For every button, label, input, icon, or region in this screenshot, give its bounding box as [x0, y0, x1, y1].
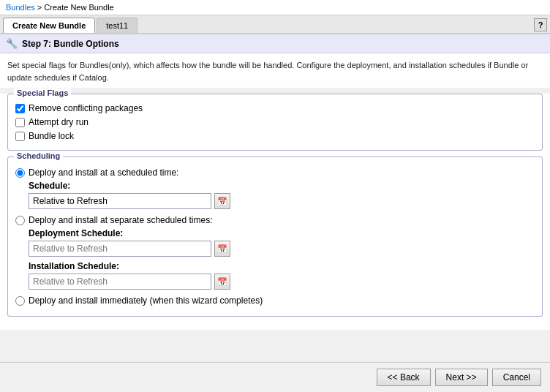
back-button[interactable]: << Back: [377, 369, 431, 386]
deployment-schedule-input[interactable]: [29, 241, 211, 257]
checkbox-attempt-dry-run[interactable]: Attempt dry run: [15, 117, 535, 127]
schedule-input-1[interactable]: [29, 193, 211, 209]
installation-schedule-label: Installation Schedule:: [29, 261, 535, 271]
schedule-block-3: Installation Schedule: 📅: [29, 261, 535, 290]
help-button[interactable]: ?: [534, 18, 547, 31]
main-content: Special Flags Remove conflicting package…: [0, 94, 550, 330]
radio-deploy-immediately[interactable]: Deploy and install immediately (when thi…: [15, 295, 535, 306]
calendar-icon-2: 📅: [217, 244, 227, 254]
schedule-input-row-2: 📅: [29, 241, 535, 257]
tab-create-new-bundle[interactable]: Create New Bundle: [3, 18, 95, 33]
radio-deploy-separate[interactable]: Deploy and install at separate scheduled…: [15, 215, 535, 225]
calendar-btn-2[interactable]: 📅: [214, 241, 230, 257]
tab-bar: Create New Bundle test11 ?: [0, 15, 550, 34]
calendar-icon-3: 📅: [217, 277, 227, 287]
schedule-block-1: Schedule: 📅: [29, 181, 535, 209]
radio-deploy-separate-label: Deploy and install at separate scheduled…: [29, 215, 212, 225]
checkbox-bundle-lock[interactable]: Bundle lock: [15, 131, 535, 141]
radio-deploy-scheduled-input[interactable]: [15, 168, 25, 178]
special-flags-legend: Special Flags: [14, 88, 71, 97]
breadcrumb: Bundles > Create New Bundle: [0, 0, 550, 15]
special-flags-section: Special Flags Remove conflicting package…: [7, 94, 543, 151]
radio-deploy-separate-input[interactable]: [15, 216, 25, 225]
calendar-icon-1: 📅: [217, 197, 227, 206]
scheduling-legend: Scheduling: [14, 151, 63, 160]
calendar-btn-3[interactable]: 📅: [214, 274, 230, 290]
checkbox-attempt-dry-run-input[interactable]: [15, 118, 25, 127]
deployment-schedule-label: Deployment Schedule:: [29, 228, 535, 238]
checkbox-bundle-lock-label: Bundle lock: [29, 131, 74, 141]
next-button[interactable]: Next >>: [435, 369, 488, 386]
checkbox-remove-conflicting[interactable]: Remove conflicting packages: [15, 103, 535, 113]
checkbox-attempt-dry-run-label: Attempt dry run: [29, 117, 88, 127]
scheduling-section: Scheduling Deploy and install at a sched…: [7, 157, 543, 317]
checkbox-remove-conflicting-label: Remove conflicting packages: [29, 103, 143, 113]
cancel-button[interactable]: Cancel: [492, 369, 541, 386]
installation-schedule-input[interactable]: [29, 274, 211, 290]
schedule-label-1: Schedule:: [29, 181, 535, 191]
radio-deploy-immediately-input[interactable]: [15, 296, 25, 306]
footer: << Back Next >> Cancel: [0, 362, 550, 392]
step-title: Step 7: Bundle Options: [22, 39, 119, 49]
breadcrumb-link[interactable]: Bundles: [6, 3, 35, 12]
wrench-icon: 🔧: [6, 38, 18, 49]
schedule-input-row-1: 📅: [29, 193, 535, 209]
checkbox-bundle-lock-input[interactable]: [15, 132, 25, 141]
checkbox-remove-conflicting-input[interactable]: [15, 104, 25, 113]
description-text: Set special flags for Bundles(only), whi…: [0, 53, 550, 88]
schedule-block-2: Deployment Schedule: 📅: [29, 228, 535, 257]
radio-deploy-scheduled[interactable]: Deploy and install at a scheduled time:: [15, 167, 535, 178]
breadcrumb-separator: >: [37, 3, 42, 12]
calendar-btn-1[interactable]: 📅: [214, 193, 230, 209]
step-header: 🔧 Step 7: Bundle Options: [0, 34, 550, 53]
radio-deploy-scheduled-label: Deploy and install at a scheduled time:: [29, 167, 178, 178]
breadcrumb-current: Create New Bundle: [44, 3, 113, 12]
tab-test11[interactable]: test11: [97, 18, 138, 33]
schedule-input-row-3: 📅: [29, 274, 535, 290]
radio-deploy-immediately-label: Deploy and install immediately (when thi…: [29, 295, 263, 306]
